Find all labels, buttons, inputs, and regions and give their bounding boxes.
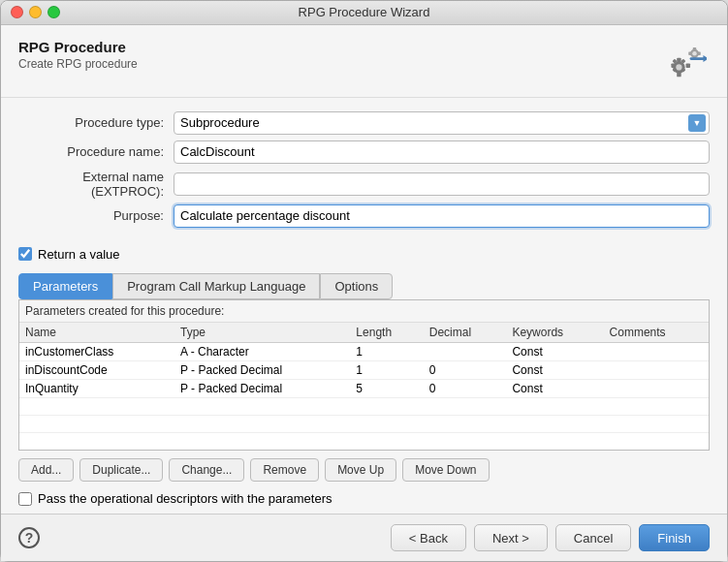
tabs-bar: Parameters Program Call Markup Language … bbox=[18, 273, 710, 299]
row1-type: A - Character bbox=[174, 342, 350, 360]
row3-length: 5 bbox=[350, 379, 423, 397]
purpose-input[interactable] bbox=[174, 204, 710, 228]
table-row-empty bbox=[19, 415, 709, 432]
table-row[interactable]: inCustomerClass A - Character 1 Const bbox=[19, 342, 709, 360]
row3-decimal: 0 bbox=[424, 379, 507, 397]
procedure-type-row: Procedure type: Subprocedure bbox=[18, 111, 710, 135]
row1-keywords: Const bbox=[506, 342, 603, 360]
col-keywords: Keywords bbox=[506, 323, 603, 343]
external-name-input[interactable] bbox=[174, 172, 710, 196]
table-caption: Parameters created for this procedure: bbox=[19, 300, 709, 323]
svg-rect-14 bbox=[688, 51, 692, 55]
external-name-label: External name (EXTPROC): bbox=[18, 170, 174, 199]
descriptor-label: Pass the operational descriptors with th… bbox=[38, 491, 332, 506]
descriptor-row: Pass the operational descriptors with th… bbox=[1, 489, 727, 514]
svg-marker-17 bbox=[703, 54, 707, 61]
titlebar: RPG Procedure Wizard bbox=[1, 1, 727, 25]
procedure-type-select[interactable]: Subprocedure bbox=[174, 111, 710, 135]
svg-rect-2 bbox=[677, 57, 681, 61]
col-type: Type bbox=[174, 323, 350, 343]
row3-keywords: Const bbox=[506, 379, 603, 397]
return-value-checkbox[interactable] bbox=[18, 247, 32, 261]
tab-program-call[interactable]: Program Call Markup Language bbox=[112, 273, 320, 299]
row2-length: 1 bbox=[350, 360, 423, 379]
move-up-button[interactable]: Move Up bbox=[325, 458, 396, 482]
tab-options[interactable]: Options bbox=[320, 273, 393, 299]
row1-decimal bbox=[424, 342, 507, 360]
table-row-empty bbox=[19, 432, 709, 450]
back-button[interactable]: < Back bbox=[391, 524, 466, 551]
parameters-table: Name Type Length Decimal Keywords Commen… bbox=[19, 323, 709, 451]
procedure-type-select-wrapper[interactable]: Subprocedure bbox=[174, 111, 710, 135]
wizard-header: RPG Procedure Create RPG procedure bbox=[1, 25, 727, 98]
row3-name: InQuantity bbox=[19, 379, 174, 397]
window-title: RPG Procedure Wizard bbox=[299, 5, 430, 19]
minimize-button[interactable] bbox=[29, 6, 42, 18]
navigation-buttons: < Back Next > Cancel Finish bbox=[391, 524, 710, 551]
maximize-button[interactable] bbox=[47, 6, 60, 18]
svg-rect-12 bbox=[693, 47, 697, 50]
svg-rect-3 bbox=[677, 72, 681, 76]
row3-comments bbox=[604, 379, 709, 397]
table-actions: Add... Duplicate... Change... Remove Mov… bbox=[1, 451, 727, 489]
close-button[interactable] bbox=[11, 6, 23, 18]
page-subtitle: Create RPG procedure bbox=[18, 57, 138, 71]
tabs-area: Parameters Program Call Markup Language … bbox=[1, 267, 727, 299]
external-name-row: External name (EXTPROC): bbox=[18, 170, 710, 199]
row2-comments bbox=[604, 360, 709, 379]
remove-button[interactable]: Remove bbox=[250, 458, 319, 482]
col-length: Length bbox=[350, 323, 423, 343]
procedure-name-input[interactable] bbox=[174, 140, 710, 164]
add-button[interactable]: Add... bbox=[18, 458, 74, 482]
purpose-label: Purpose: bbox=[18, 208, 174, 223]
descriptor-checkbox[interactable] bbox=[18, 492, 32, 506]
table-row[interactable]: inDiscountCode P - Packed Decimal 1 0 Co… bbox=[19, 360, 709, 379]
svg-rect-4 bbox=[671, 63, 675, 67]
row1-length: 1 bbox=[350, 342, 423, 360]
svg-rect-5 bbox=[686, 63, 690, 67]
page-title: RPG Procedure bbox=[18, 39, 138, 55]
row2-keywords: Const bbox=[506, 360, 603, 379]
parameters-table-area: Parameters created for this procedure: N… bbox=[18, 299, 710, 452]
table-row[interactable]: InQuantity P - Packed Decimal 5 0 Const bbox=[19, 379, 709, 397]
form-area: Procedure type: Subprocedure Procedure n… bbox=[1, 98, 727, 241]
row1-comments bbox=[604, 342, 709, 360]
svg-point-1 bbox=[676, 64, 681, 70]
window-controls[interactable] bbox=[11, 6, 60, 18]
return-value-label: Return a value bbox=[38, 247, 120, 262]
row2-name: inDiscountCode bbox=[19, 360, 174, 379]
purpose-row: Purpose: bbox=[18, 204, 710, 228]
col-comments: Comments bbox=[604, 323, 709, 343]
header-text: RPG Procedure Create RPG procedure bbox=[18, 39, 138, 71]
svg-rect-15 bbox=[697, 51, 701, 55]
tab-parameters[interactable]: Parameters bbox=[18, 273, 112, 299]
row3-type: P - Packed Decimal bbox=[174, 379, 350, 397]
wizard-icon bbox=[655, 39, 710, 87]
gear-svg bbox=[658, 41, 707, 85]
change-button[interactable]: Change... bbox=[169, 458, 244, 482]
col-decimal: Decimal bbox=[424, 323, 507, 343]
row1-name: inCustomerClass bbox=[19, 342, 174, 360]
next-button[interactable]: Next > bbox=[474, 524, 548, 551]
move-down-button[interactable]: Move Down bbox=[402, 458, 489, 482]
bottom-bar: ? < Back Next > Cancel Finish bbox=[1, 514, 727, 561]
col-name: Name bbox=[19, 323, 174, 343]
return-value-row: Return a value bbox=[1, 241, 727, 267]
procedure-type-label: Procedure type: bbox=[18, 115, 174, 130]
procedure-name-label: Procedure name: bbox=[18, 144, 174, 159]
row2-decimal: 0 bbox=[424, 360, 507, 379]
row2-type: P - Packed Decimal bbox=[174, 360, 350, 379]
procedure-name-row: Procedure name: bbox=[18, 140, 710, 164]
finish-button[interactable]: Finish bbox=[639, 524, 710, 551]
table-row-empty bbox=[19, 397, 709, 415]
svg-point-11 bbox=[692, 50, 696, 54]
help-area: ? bbox=[18, 527, 40, 548]
duplicate-button[interactable]: Duplicate... bbox=[79, 458, 163, 482]
help-button[interactable]: ? bbox=[18, 527, 40, 548]
cancel-button[interactable]: Cancel bbox=[555, 524, 631, 551]
